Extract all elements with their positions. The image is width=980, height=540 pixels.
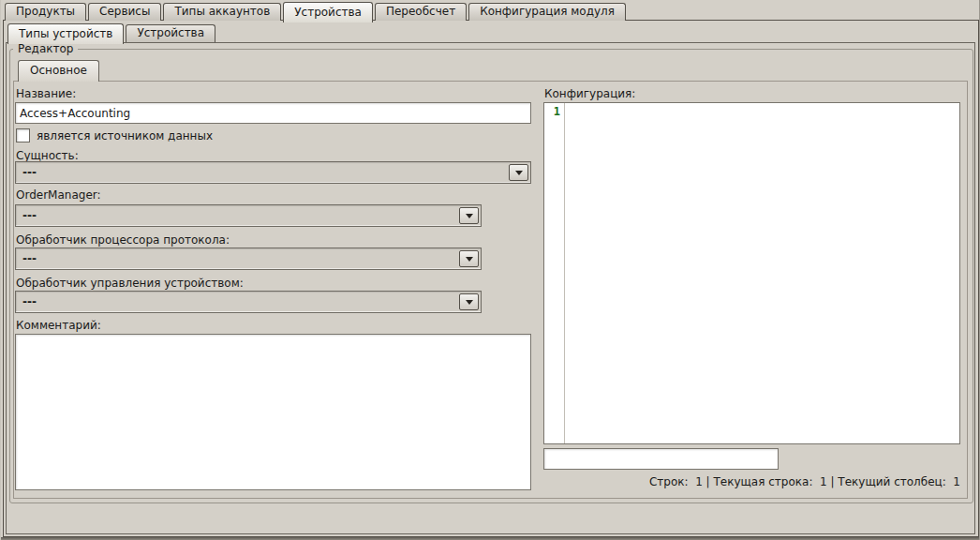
entity-combobox[interactable]: --- [15,161,531,184]
tab-device-types[interactable]: Типы устройств [7,23,124,44]
device-handler-combobox[interactable]: --- [15,291,482,313]
comment-textarea[interactable] [15,334,531,490]
tab-services[interactable]: Сервисы [88,3,161,21]
tab-devices[interactable]: Устройства [283,2,373,22]
chevron-down-icon [466,257,473,262]
protocol-handler-combobox[interactable]: --- [15,248,482,270]
tab-devices-list[interactable]: Устройства [126,24,215,42]
tab-main-section[interactable]: Основное [18,60,99,82]
chevron-down-icon [466,214,473,218]
configuration-label: Конфигурация: [544,87,635,100]
order-manager-combobox-value: --- [22,205,37,226]
is-datasource-label: является источником данных [37,129,213,142]
protocol-handler-combobox-dropdown-button[interactable] [459,250,479,267]
tab-recalculation[interactable]: Переобсчет [375,3,467,21]
device-handler-combobox-value: --- [22,292,37,312]
line-number: 1 [544,105,560,118]
device-handler-combobox-dropdown-button[interactable] [459,293,479,310]
tab-account-types[interactable]: Типы аккаунтов [163,3,281,21]
chevron-down-icon [466,300,473,305]
order-manager-combobox[interactable]: --- [15,204,482,227]
chevron-down-icon [515,171,523,175]
entity-combobox-dropdown-button[interactable] [509,164,528,181]
order-manager-label: OrderManager: [16,188,101,202]
protocol-handler-label: Обработчик процессора протокола: [16,233,230,247]
name-label: Название: [16,87,76,100]
is-datasource-checkbox[interactable] [16,128,30,142]
entity-label: Сущность: [16,149,79,162]
search-input[interactable] [543,448,779,470]
name-input[interactable] [15,102,531,124]
protocol-handler-combobox-value: --- [22,248,37,269]
device-tab-bar: Типы устройств Устройства [7,23,217,42]
editor-groupbox-title: Редактор [13,42,78,55]
editor-status-line: Строк: 1 | Текущая строка: 1 | Текущий с… [544,475,960,488]
comment-label: Комментарий: [16,319,101,332]
order-manager-combobox-dropdown-button[interactable] [459,207,479,224]
tab-module-configuration[interactable]: Конфигурация модуля [468,3,626,21]
entity-combobox-value: --- [22,162,37,183]
main-tab-bar: Продукты Сервисы Типы аккаунтов Устройст… [5,2,628,21]
device-handler-label: Обработчик управления устройством: [16,277,244,290]
configuration-code-editor[interactable]: 1 [543,102,960,444]
line-number-gutter: 1 [544,103,565,443]
tab-products[interactable]: Продукты [5,3,86,21]
application-window: Продукты Сервисы Типы аккаунтов Устройст… [0,0,980,540]
